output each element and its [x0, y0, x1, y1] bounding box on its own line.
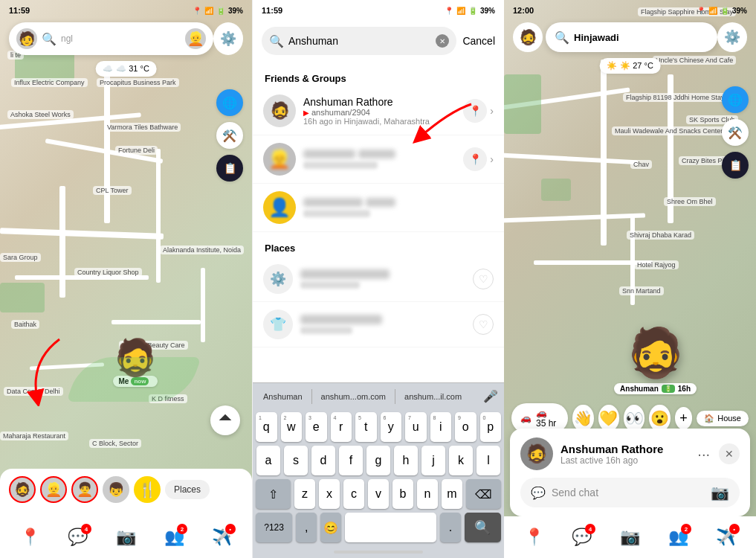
user-avatar[interactable]: 🧑: [16, 28, 37, 49]
emoji-wave[interactable]: 👋: [572, 405, 593, 432]
nav-friends[interactable]: 👥 2: [158, 521, 190, 554]
avatar-1[interactable]: 🧔: [9, 476, 36, 503]
key-l[interactable]: l: [476, 446, 500, 475]
user-avatar-3[interactable]: 🧔: [513, 22, 543, 52]
locate-button-1[interactable]: 📍: [463, 99, 487, 123]
key-s[interactable]: s: [284, 446, 308, 475]
globe-btn-3[interactable]: 🌐: [722, 86, 749, 113]
avatar-3[interactable]: 🧑‍🦱: [71, 476, 98, 503]
key-t[interactable]: 5t: [355, 412, 377, 442]
key-go[interactable]: 🔍: [465, 513, 501, 542]
map-label: CPL Tower: [93, 186, 132, 195]
favorite-button-2[interactable]: ♡: [473, 314, 494, 335]
cancel-button[interactable]: Cancel: [462, 35, 495, 47]
direction-button[interactable]: [210, 405, 240, 435]
camera-icon-3[interactable]: 📷: [711, 484, 729, 501]
key-q[interactable]: 1q: [256, 412, 277, 442]
key-p[interactable]: 0p: [480, 412, 502, 442]
nav-friends-3[interactable]: 👥 2: [662, 521, 694, 554]
emoji-eyes[interactable]: 👀: [624, 405, 644, 432]
search-input-wrap[interactable]: 🔍 Anshuman ✕: [262, 27, 456, 55]
result-blurred-1[interactable]: 👱 📍 ›: [253, 135, 504, 184]
key-u[interactable]: 7u: [405, 412, 427, 442]
search-results: Friends & Groups 🧔 Anshuman Rathore ▶ an…: [253, 67, 504, 347]
nav-map[interactable]: 📍: [13, 521, 46, 554]
result-blurred-2[interactable]: 👤: [253, 184, 504, 232]
add-emoji-button[interactable]: +: [675, 407, 693, 429]
result-time: 16h ago in Hinjawadi, Maharashtra: [303, 117, 456, 126]
location-action-2[interactable]: 📍 ›: [463, 147, 494, 171]
location-action[interactable]: 📍 ›: [463, 99, 494, 123]
key-d[interactable]: d: [311, 446, 335, 475]
nav-send-3[interactable]: ✈️ •: [710, 521, 743, 554]
suggestion-2[interactable]: anshum...om.com: [317, 391, 390, 403]
key-z[interactable]: z: [294, 479, 315, 509]
friend-avatar[interactable]: 👱: [185, 28, 206, 49]
key-f[interactable]: f: [339, 446, 363, 475]
key-o[interactable]: 9o: [455, 412, 476, 442]
key-g[interactable]: g: [366, 446, 390, 475]
key-m[interactable]: m: [442, 479, 462, 509]
key-i[interactable]: 8i: [430, 412, 452, 442]
key-period[interactable]: .: [440, 513, 461, 542]
tools-btn-3[interactable]: ⚒️: [722, 119, 749, 146]
avatar-2[interactable]: 👱: [40, 476, 67, 503]
settings-button[interactable]: ⚙️: [213, 22, 243, 55]
nav-map-3[interactable]: 📍: [517, 521, 550, 554]
place-item-2[interactable]: 👕 ♡: [253, 302, 504, 347]
globe-button[interactable]: 🌐: [216, 89, 243, 116]
key-v[interactable]: v: [368, 479, 389, 509]
place-item-1[interactable]: ⚙️ ♡: [253, 257, 504, 302]
search-bar[interactable]: 🧑 🔍 ngl 👱: [9, 22, 213, 55]
key-space[interactable]: [345, 513, 436, 542]
key-comma[interactable]: ,: [296, 513, 317, 542]
key-n[interactable]: n: [417, 479, 438, 509]
key-k[interactable]: k: [449, 446, 473, 475]
close-profile-button[interactable]: ✕: [719, 443, 740, 464]
clear-button[interactable]: ✕: [436, 34, 449, 48]
locate-button-2[interactable]: 📍: [463, 147, 487, 171]
checklist-btn-3[interactable]: 📋: [722, 152, 749, 179]
send-chat-row[interactable]: 💬 Send chat 📷: [520, 478, 740, 507]
weather-badge-3: ☀️ ☀️ 27 °C: [599, 58, 661, 74]
key-j[interactable]: j: [421, 446, 445, 475]
key-w[interactable]: 2w: [281, 412, 303, 442]
places-button[interactable]: Places: [165, 480, 210, 499]
search-input[interactable]: Anshuman: [288, 35, 338, 47]
nav-camera[interactable]: 📷: [109, 521, 142, 554]
key-shift[interactable]: ⇧: [256, 479, 291, 509]
nav-send[interactable]: ✈️ •: [206, 521, 239, 554]
key-a[interactable]: a: [256, 446, 280, 475]
checklist-button[interactable]: 📋: [216, 155, 243, 182]
nav-chat-3[interactable]: 💬 4: [566, 521, 598, 554]
suggestion-3[interactable]: anshum...il.com: [400, 391, 466, 403]
key-emoji[interactable]: 😊: [320, 513, 341, 542]
key-y[interactable]: 6y: [381, 412, 402, 442]
nav-chat[interactable]: 💬 4: [62, 521, 94, 554]
house-button[interactable]: 🏠 House: [697, 411, 749, 426]
key-h[interactable]: h: [394, 446, 418, 475]
suggestion-1[interactable]: Anshuman: [259, 391, 307, 403]
key-x[interactable]: x: [319, 479, 340, 509]
key-e[interactable]: 3e: [306, 412, 327, 442]
emoji-heart[interactable]: 💛: [598, 405, 619, 432]
key-b[interactable]: b: [392, 479, 413, 509]
more-options-button[interactable]: ···: [694, 446, 713, 463]
map-road: [112, 320, 201, 324]
search-bar-3[interactable]: 🔍 Hinjawadi: [546, 22, 717, 52]
favorite-button-1[interactable]: ♡: [473, 269, 494, 289]
avatar-4[interactable]: 👦: [103, 476, 129, 503]
settings-button-3[interactable]: ⚙️: [717, 22, 747, 52]
key-r[interactable]: 4r: [331, 412, 352, 442]
emoji-wow[interactable]: 😮: [649, 405, 670, 432]
result-anshuman[interactable]: 🧔 Anshuman Rathore ▶ anshuman/2904 16h a…: [253, 87, 504, 135]
send-chat-input[interactable]: Send chat: [552, 487, 705, 498]
key-delete[interactable]: ⌫: [466, 479, 501, 509]
food-icon[interactable]: 🍴: [134, 476, 161, 503]
key-c[interactable]: c: [343, 479, 364, 509]
nav-camera-3[interactable]: 📷: [613, 521, 646, 554]
mic-button[interactable]: 🎤: [483, 389, 498, 403]
battery-2: 39%: [480, 7, 495, 15]
key-numbers[interactable]: ?123: [256, 513, 292, 542]
tools-button[interactable]: ⚒️: [216, 122, 243, 149]
